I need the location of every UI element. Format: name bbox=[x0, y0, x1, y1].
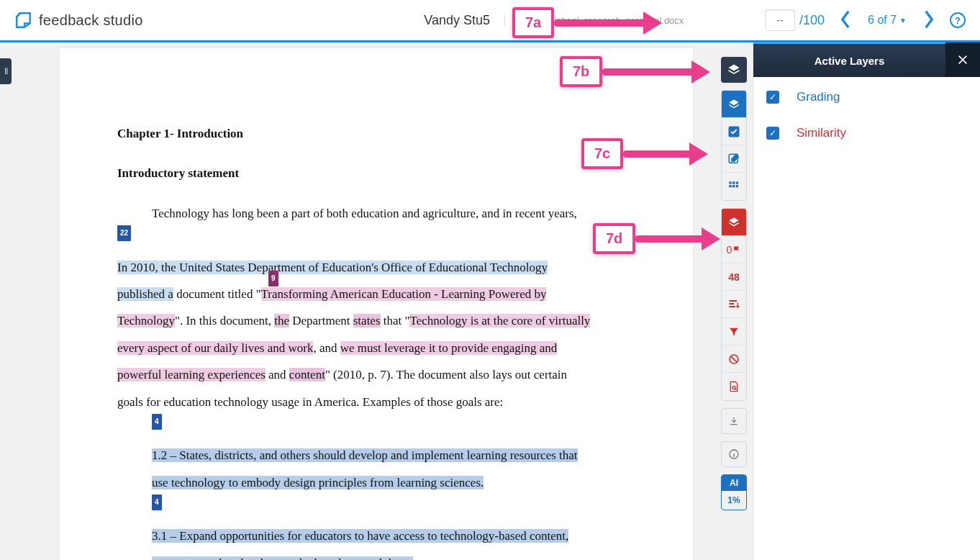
paper-position-dropdown[interactable]: 6 of 7 ▼ bbox=[868, 14, 907, 27]
document-filename: coley_michael_research_proposal.docx bbox=[504, 15, 684, 26]
document-area: ⦀ Chapter 1- Introduction Introductory s… bbox=[0, 42, 753, 560]
text: and bbox=[266, 368, 289, 381]
layers-icon bbox=[727, 63, 740, 76]
similarity-highlight[interactable]: powerful learning experiences bbox=[117, 368, 266, 381]
goal-list: 4 1.2 – States, districts, and others sh… bbox=[117, 415, 635, 560]
svg-rect-6 bbox=[732, 185, 735, 187]
rubric-button[interactable] bbox=[722, 173, 746, 200]
grading-tool-group bbox=[721, 90, 747, 201]
info-icon bbox=[728, 448, 740, 460]
similarity-highlight[interactable]: Technology is at the core of virtually bbox=[409, 314, 590, 328]
paragraph-line: Technology". In this document, the Depar… bbox=[117, 307, 635, 334]
similarity-layers-icon[interactable] bbox=[722, 209, 746, 236]
ai-percent: 1% bbox=[722, 491, 746, 510]
grading-checkbox[interactable]: ✓ bbox=[766, 91, 779, 104]
similarity-highlight[interactable]: the bbox=[274, 314, 289, 328]
match-badge[interactable]: 9 bbox=[268, 271, 278, 286]
flag-icon bbox=[732, 245, 741, 254]
app-root: feedback studio Vandy Stu5 coley_michael… bbox=[0, 0, 980, 560]
ai-indicator[interactable]: AI 1% bbox=[721, 474, 747, 510]
sub-heading: Introductory statement bbox=[117, 160, 635, 186]
match-badge[interactable]: 4 bbox=[152, 494, 162, 510]
doc-details-button[interactable] bbox=[722, 373, 746, 400]
score-input[interactable] bbox=[765, 9, 795, 31]
grid-icon bbox=[728, 181, 740, 192]
quickmarks-button[interactable] bbox=[722, 118, 746, 145]
similarity-highlight[interactable]: published a bbox=[117, 287, 173, 301]
flags-button[interactable]: 0 bbox=[722, 236, 746, 263]
grading-layers-icon[interactable] bbox=[722, 91, 746, 118]
thumbnail-tab[interactable]: ⦀ bbox=[0, 58, 12, 84]
text: ". In this document, bbox=[175, 314, 274, 328]
layers-toggle-button[interactable] bbox=[721, 57, 747, 83]
similarity-highlight[interactable]: Technology bbox=[117, 314, 175, 328]
similarity-highlight[interactable]: resources, and tools where and when they… bbox=[152, 556, 413, 560]
download-button[interactable] bbox=[721, 408, 747, 434]
text: Department bbox=[289, 314, 353, 328]
help-button[interactable]: ? bbox=[950, 12, 966, 28]
doc-search-icon bbox=[728, 381, 740, 392]
text: document titled " bbox=[173, 287, 261, 301]
svg-rect-3 bbox=[732, 181, 735, 184]
similarity-highlight[interactable]: use technology to embody design principl… bbox=[152, 476, 484, 489]
match-badge[interactable]: 22 bbox=[117, 225, 131, 241]
similarity-highlight[interactable]: states bbox=[353, 314, 381, 328]
score-total: /100 bbox=[799, 13, 825, 28]
paragraph-line: 22 In 2010, the United States Department… bbox=[117, 227, 635, 281]
all-sources-button[interactable] bbox=[722, 291, 746, 318]
similarity-highlight[interactable]: In 2010, the United States Department of… bbox=[117, 261, 548, 274]
prev-paper-button[interactable] bbox=[839, 9, 852, 32]
svg-rect-5 bbox=[729, 185, 731, 187]
score-box: /100 bbox=[765, 9, 825, 31]
side-panel: Active Layers ✓ Grading ✓ Similarity bbox=[753, 42, 980, 560]
chapter-heading: Chapter 1- Introduction bbox=[117, 120, 635, 147]
svg-rect-9 bbox=[729, 303, 734, 304]
ai-label: AI bbox=[722, 475, 746, 491]
tool-rail: 0 48 bbox=[721, 57, 747, 510]
close-panel-button[interactable] bbox=[945, 42, 980, 77]
svg-rect-4 bbox=[736, 181, 738, 184]
feedback-summary-button[interactable] bbox=[722, 145, 746, 173]
next-paper-button[interactable] bbox=[922, 9, 935, 32]
student-name: Vandy Stu5 bbox=[424, 13, 490, 28]
flag-count: 0 bbox=[727, 244, 732, 256]
similarity-highlight[interactable]: we must leverage it to provide engaging … bbox=[340, 341, 558, 355]
paragraph-line: every aspect of our daily lives and work… bbox=[117, 335, 635, 361]
match-overview-button[interactable]: 48 bbox=[722, 263, 746, 291]
similarity-highlight[interactable]: 3.1 – Expand opportunities for educators… bbox=[152, 529, 568, 543]
paper-page: Chapter 1- Introduction Introductory sta… bbox=[60, 48, 693, 560]
similarity-highlight[interactable]: Transforming American Education - Learni… bbox=[261, 287, 547, 301]
brand: feedback studio bbox=[14, 11, 143, 30]
exclude-button[interactable] bbox=[722, 346, 746, 373]
side-panel-title: Active Layers bbox=[753, 42, 945, 77]
match-badge[interactable]: 4 bbox=[152, 414, 162, 430]
paragraph-line: goals for education technology usage in … bbox=[117, 389, 635, 415]
top-bar: feedback studio Vandy Stu5 coley_michael… bbox=[0, 0, 980, 40]
svg-rect-10 bbox=[729, 306, 735, 307]
main-area: ⦀ Chapter 1- Introduction Introductory s… bbox=[0, 42, 980, 560]
bars-icon bbox=[728, 299, 740, 310]
top-right-controls: /100 6 of 7 ▼ ? bbox=[765, 9, 966, 32]
similarity-highlight[interactable]: content bbox=[289, 368, 325, 381]
similarity-checkbox[interactable]: ✓ bbox=[766, 127, 779, 140]
filter-button[interactable] bbox=[722, 318, 746, 346]
paragraph-line: powerful learning experiences and conten… bbox=[117, 361, 635, 388]
close-icon bbox=[957, 54, 968, 66]
layer-item-grading: ✓ Grading bbox=[766, 90, 967, 104]
layer-label: Grading bbox=[797, 90, 840, 104]
layer-label: Similarity bbox=[797, 126, 846, 140]
info-button[interactable] bbox=[721, 441, 747, 467]
svg-rect-8 bbox=[729, 300, 737, 302]
text: " (2010, p. 7). The document also lays o… bbox=[325, 368, 567, 381]
brand-icon bbox=[14, 11, 33, 30]
similarity-tool-group: 0 48 bbox=[721, 208, 747, 401]
similarity-highlight[interactable]: 1.2 – States, districts, and others shou… bbox=[152, 448, 578, 462]
side-panel-header: Active Layers bbox=[753, 42, 980, 77]
paragraph-line: 9 published a document titled "Transform… bbox=[117, 281, 635, 307]
text: , and bbox=[313, 341, 340, 355]
text: that " bbox=[381, 314, 410, 328]
similarity-highlight[interactable]: every aspect of our daily lives and work bbox=[117, 341, 313, 355]
check-icon bbox=[727, 125, 740, 138]
paragraph-line: Technology has long been a part of both … bbox=[117, 200, 635, 227]
layer-list: ✓ Grading ✓ Similarity bbox=[753, 77, 980, 153]
